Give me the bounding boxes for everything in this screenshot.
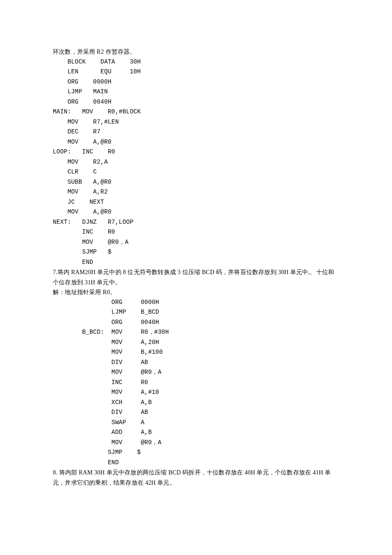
code-line: MOV @R0，A [53, 367, 339, 378]
code-line: SUBB A,@R0 [53, 177, 339, 188]
document-page: 环次数，并采用 R2 作暂存器。 BLOCK DATA 30H LEN EQU … [0, 0, 392, 555]
code-line: END [53, 257, 339, 268]
code-line: MOV A,@R0 [53, 207, 339, 217]
code-line: MOV @R0，A [53, 237, 339, 248]
code-line: LEN EQU 10H [53, 67, 339, 77]
code-line: BLOCK DATA 30H [53, 57, 339, 67]
code-line: MAIN: MOV R0,#BLOCK [53, 107, 339, 117]
code-line: JC NEXT [53, 197, 339, 208]
code-line: LJMP MAIN [53, 87, 339, 97]
code-line: ORG 0040H [53, 97, 339, 107]
code-line: LJMP B_BCD [53, 307, 339, 318]
code-line: ORG 0000H [53, 298, 339, 308]
code-line: DIV AB [53, 408, 339, 418]
code-line: B_BCD: MOV R0，#30H [53, 327, 339, 338]
code-line: SJMP $ [53, 247, 339, 257]
code-line: MOV R2,A [53, 157, 339, 168]
code-line: ORG 0040H [53, 318, 339, 328]
code-line: MOV @R0，A [53, 438, 339, 448]
code-line: MOV A,@R0 [53, 137, 339, 147]
code-line: MOV A,R2 [53, 187, 339, 197]
code-line: LOOP: INC R0 [53, 147, 339, 157]
code-line: END [53, 458, 339, 468]
code-line: MOV A,#10 [53, 387, 339, 398]
code-line: XCH A,B [53, 398, 339, 408]
code-line: MOV B,#100 [53, 347, 339, 358]
code-line: ADD A,B [53, 428, 339, 438]
text-line: 环次数，并采用 R2 作暂存器。 [53, 47, 339, 57]
code-line: SJMP $ [53, 448, 339, 458]
code-line: SWAP A [53, 418, 339, 428]
code-line: INC R0 [53, 227, 339, 237]
code-line: CLR C [53, 167, 339, 177]
code-line: DEC R7 [53, 127, 339, 137]
text-line: 8. 将内部 RAM 30H 单元中存放的两位压缩 BCD 码拆开，十位数存放在… [53, 468, 339, 488]
code-line: DIV AB [53, 358, 339, 368]
code-line: NEXT: DJNZ R7,LOOP [53, 217, 339, 228]
code-line: MOV A,20H [53, 338, 339, 348]
text-line: 7.将内 RAM20H 单元中的 8 位无符号数转换成 3 位压缩 BCD 码，… [53, 267, 339, 287]
code-line: MOV R7,#LEN [53, 117, 339, 127]
code-line: ORG 0000H [53, 77, 339, 87]
code-line: INC R0 [53, 378, 339, 388]
text-line: 解：地址指针采用 R0。 [53, 287, 339, 298]
